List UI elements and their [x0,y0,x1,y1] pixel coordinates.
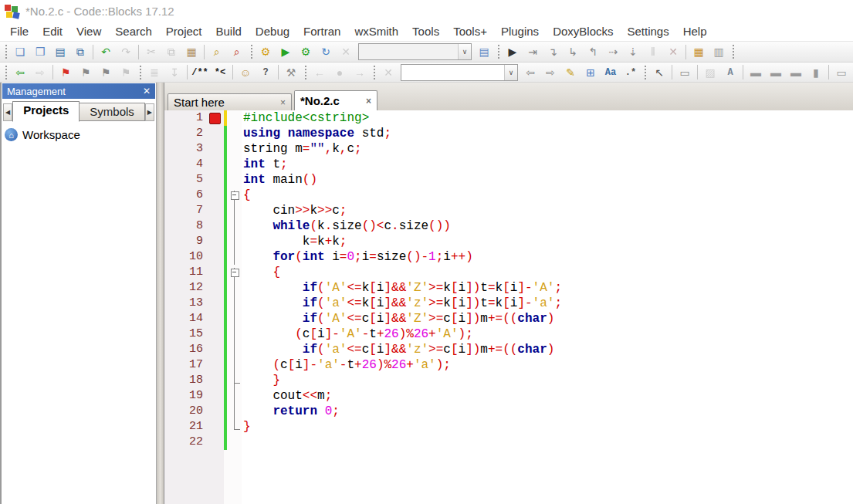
step-out-button[interactable]: ↰ [583,43,603,60]
breakpoint-margin[interactable] [207,234,224,249]
editor-tab--no.2.c[interactable]: *No.2.c× [294,90,377,110]
line-number[interactable]: 18 [164,373,207,388]
copy-button[interactable]: ⧉ [161,43,181,60]
code-line-text[interactable]: k=k+k; [242,234,347,249]
replace-button[interactable]: ⌕ [227,43,247,60]
incsearch-next-button[interactable]: → [350,64,370,81]
toolbar-grip[interactable] [249,45,254,59]
toolbar-grip[interactable] [496,45,501,59]
line-number[interactable]: 2 [164,126,207,141]
code-line-text[interactable]: for(int i=0;i=size()-1;i++) [242,249,473,265]
stop-debugger-button[interactable]: ✕ [663,43,683,60]
code-line-text[interactable]: string m="",k,c; [242,141,362,157]
breakpoint-margin[interactable] [207,218,224,234]
rebuild-button[interactable]: ↻ [316,43,336,60]
line-number[interactable]: 10 [164,249,207,265]
tree-item-workspace[interactable]: ⌂Workspace [5,128,153,141]
abort-build-button[interactable]: ✕ [336,43,356,60]
chevron-down-icon[interactable]: ∨ [458,44,471,59]
code-line-text[interactable]: cin>>k>>c; [242,203,347,218]
line-number[interactable]: 14 [164,311,207,326]
clear-bookmarks-button[interactable]: ⚑ [116,64,136,81]
wx-expand-button[interactable]: ▭ [831,64,851,81]
line-number[interactable]: 7 [164,203,207,218]
next-instruction-button[interactable]: ⇢ [603,43,623,60]
code-line-text[interactable]: { [242,265,280,280]
insert-block-button[interactable]: ↧ [164,64,184,81]
menu-settings[interactable]: Settings [620,23,675,39]
build-options-button[interactable]: ▤ [474,43,494,60]
breakpoint-marker[interactable] [209,113,221,124]
line-number[interactable]: 9 [164,234,207,249]
wx-align-left-button[interactable]: ▬ [746,64,766,81]
code-line-text[interactable]: { [242,188,251,203]
breakpoint-margin[interactable] [207,404,224,419]
code-editor[interactable]: 1#include<cstring>2using namespace std;3… [164,110,853,504]
code-line-text[interactable] [242,435,243,450]
various-info-button[interactable]: ▥ [709,43,729,60]
breakpoint-margin[interactable] [207,311,224,326]
menu-doxyblocks[interactable]: DoxyBlocks [546,23,620,39]
wx-align-right-button[interactable]: ▬ [786,64,806,81]
panel-splitter[interactable] [156,83,164,504]
line-number[interactable]: 17 [164,357,207,373]
redo-button[interactable]: ↷ [116,43,136,60]
debug-continue-button[interactable]: ▶ [503,43,523,60]
line-number[interactable]: 4 [164,157,207,172]
browse-back-button[interactable]: ⇦ [10,64,30,81]
menu-view[interactable]: View [69,23,108,39]
save-file-button[interactable]: ▤ [50,43,70,60]
regex-search-button[interactable]: .* [621,64,641,81]
line-number[interactable]: 12 [164,280,207,296]
breakpoint-margin[interactable] [207,342,224,357]
menu-search[interactable]: Search [108,23,159,39]
code-line-text[interactable]: using namespace std; [242,126,391,141]
management-tab-projects[interactable]: Projects [12,101,80,122]
result-next-button[interactable]: ⇨ [540,64,560,81]
line-number[interactable]: 21 [164,419,207,435]
wx-align-center-button[interactable]: ▬ [766,64,786,81]
search-input-combo[interactable]: ∨ [401,64,518,81]
code-area-filler[interactable] [242,450,243,504]
incsearch-prev-button[interactable]: ← [310,64,330,81]
code-line-text[interactable]: if('A'<=c[i]&&'Z'>=c[i])m+=((char) [242,311,554,326]
wx-image-button[interactable]: ▨ [700,64,720,81]
run-button[interactable]: ▶ [276,43,296,60]
menu-file[interactable]: File [3,23,36,39]
build-and-run-button[interactable]: ⚙ [296,43,316,60]
doxyblocks-options-button[interactable]: ⚒ [281,64,301,81]
step-into-instruction-button[interactable]: ⇣ [623,43,643,60]
line-number[interactable]: 20 [164,404,207,419]
toolbar-grip[interactable] [730,45,736,59]
breakpoint-margin[interactable] [207,296,224,311]
run-to-cursor-button[interactable]: ⇥ [523,43,543,60]
toolbar-grip[interactable] [303,66,308,79]
line-number[interactable]: 6 [164,188,207,203]
tabs-scroll-right-icon[interactable]: ▶ [145,103,154,121]
breakpoint-margin[interactable] [207,280,224,296]
line-number[interactable]: 19 [164,388,207,404]
build-target-combo[interactable]: ∨ [358,43,472,60]
close-tab-icon[interactable]: × [366,96,371,107]
wx-align-square-button[interactable]: ▮ [806,64,826,81]
next-line-button[interactable]: ↴ [543,43,563,60]
editor-tab-start-here[interactable]: Start here× [168,93,292,110]
menu-fortran[interactable]: Fortran [296,23,347,39]
browse-forward-button[interactable]: ⇨ [30,64,50,81]
prev-bookmark-button[interactable]: ⚑ [76,64,96,81]
breakpoint-margin[interactable] [207,326,224,342]
menu-build[interactable]: Build [209,23,249,39]
code-line-text[interactable]: if('a'<=c[i]&&'z'>=c[i])m+=((char) [242,342,554,357]
breakpoint-margin[interactable] [207,373,224,388]
menu-edit[interactable]: Edit [36,23,69,39]
toggle-bookmark-button[interactable]: ⚑ [56,64,76,81]
menu-wxsmith[interactable]: wxSmith [347,23,405,39]
menu-plugins[interactable]: Plugins [494,23,546,39]
undo-button[interactable]: ↶ [96,43,116,60]
line-number[interactable]: 8 [164,218,207,234]
line-number[interactable]: 1 [164,110,207,126]
breakpoint-margin[interactable] [207,110,224,126]
code-line-text[interactable]: (c[i]-'a'-t+26)%26+'a'); [242,357,451,373]
doxyblocks-extract-button[interactable]: ☺ [235,64,256,81]
doxyblocks-chm-button[interactable]: ? [256,64,276,81]
